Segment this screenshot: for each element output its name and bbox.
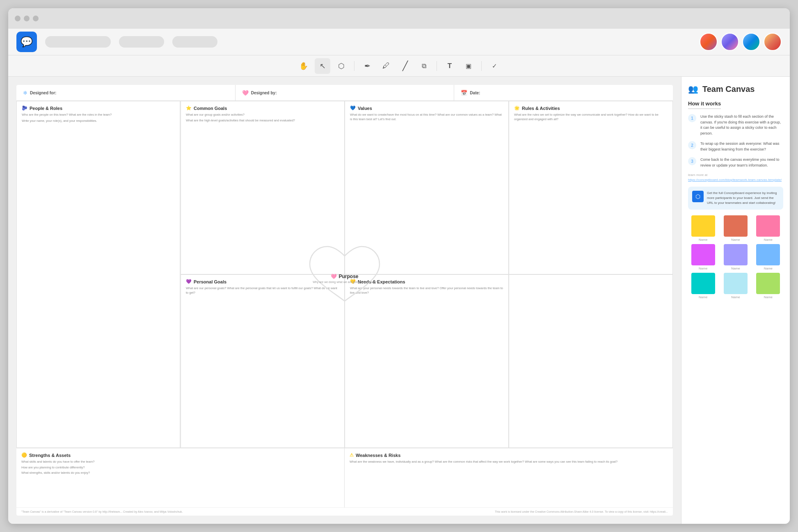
rules-text: What are the rules we set to optimize th… (514, 113, 668, 121)
swatch-violet: Name (720, 244, 750, 270)
swatch-teal-color[interactable] (691, 273, 715, 294)
needs-icon: 💛 (350, 279, 356, 284)
learn-more-link[interactable]: https://conceptboard.com/blog/teamwork-t… (688, 178, 783, 182)
header-pill-1[interactable] (45, 36, 111, 48)
designed-for-label: Designed for: (30, 91, 56, 95)
designed-by-cell: 🩷 Designed by: (236, 85, 455, 100)
date-label: Date: (470, 91, 480, 95)
text-tool-button[interactable]: T (442, 58, 457, 74)
swatch-pink-color[interactable] (756, 215, 780, 237)
pen-tool-button[interactable]: ✒ (359, 58, 375, 74)
swatch-lightblue: Name (720, 273, 750, 299)
values-icon: 💙 (350, 105, 356, 111)
values-section: 💙 Values What do we want to create/have … (345, 101, 509, 274)
canvas-bottom-row: 🟡 Strengths & Assets What skills and tal… (16, 448, 673, 507)
strengths-text3: What strengths, skills and/or talents do… (21, 471, 339, 475)
personal-goals-title: 💜 Personal Goals (186, 279, 339, 284)
how-it-works-label: How it works (688, 100, 783, 114)
header-left: 💬 (16, 32, 217, 52)
swatch-orange-color[interactable] (724, 215, 748, 237)
swatch-violet-name: Name (731, 267, 740, 270)
swatch-lightblue-name: Name (731, 295, 740, 299)
swatch-blue-color[interactable] (756, 244, 780, 265)
weaknesses-cell: ⚠ Weaknesses & Risks What are the weakne… (345, 448, 673, 507)
traffic-lights (15, 16, 39, 21)
line-tool-button[interactable]: ╱ (397, 58, 413, 74)
canvas-main-grid: 🫐 People & Roles Who are the people on t… (16, 101, 673, 448)
avatar-2[interactable] (721, 33, 739, 51)
check-tool-button[interactable]: ✓ (487, 58, 502, 74)
swatch-purple-color[interactable] (691, 244, 715, 265)
step-1: 1 Use the sticky stash to fill each sect… (688, 114, 783, 136)
canvas-board: ❄ Designed for: 🩷 Designed by: 📅 Date: (16, 85, 673, 516)
people-roles-text1: Who are the people on this team? What ar… (22, 113, 175, 117)
titlebar (8, 8, 790, 29)
warning-icon: ⚠ (350, 452, 354, 458)
calendar-icon: 📅 (461, 90, 467, 96)
swatch-green-color[interactable] (756, 273, 780, 294)
hand-tool-button[interactable]: ✋ (296, 58, 311, 74)
weaknesses-text: What are the weakness we have, individua… (350, 460, 668, 464)
eraser-tool-button[interactable]: ⬡ (334, 58, 349, 74)
select-tool-button[interactable]: ↖ (315, 58, 330, 74)
header-right (700, 33, 782, 51)
avatar-4[interactable] (764, 33, 782, 51)
date-cell: 📅 Date: (454, 85, 673, 100)
swatch-yellow-name: Name (699, 238, 707, 242)
swatches-row-2: Name Name Name (688, 244, 783, 270)
pink-icon: 🩷 (242, 90, 249, 96)
swatch-purple: Name (688, 244, 718, 270)
header-pill-2[interactable] (119, 36, 164, 48)
step-3: 3 Come back to the canvas everytime you … (688, 157, 783, 168)
steps-list: 1 Use the sticky stash to fill each sect… (688, 114, 783, 168)
swatch-teal: Name (688, 273, 718, 299)
main-area: ❄ Designed for: 🩷 Designed by: 📅 Date: (8, 77, 790, 524)
rules-section: 🌟 Rules & Activities What are the rules … (509, 101, 673, 274)
marker-tool-button[interactable]: 🖊 (378, 58, 394, 74)
people-icon: 🫐 (22, 105, 27, 111)
app-window: 💬 ✋ ↖ ⬡ ✒ 🖊 ╱ ⧉ T ▣ ✓ (8, 8, 790, 524)
strengths-text1: What skills and talents do you have to o… (21, 460, 339, 464)
avatar-1[interactable] (700, 33, 718, 51)
canvas-area[interactable]: ❄ Designed for: 🩷 Designed by: 📅 Date: (8, 77, 681, 524)
footer-right: This work is licensed under the Creative… (495, 510, 668, 513)
maximize-button[interactable] (33, 16, 39, 21)
swatch-blue-name: Name (764, 267, 773, 270)
swatch-orange-name: Name (731, 238, 740, 242)
swatch-green-name: Name (764, 295, 773, 299)
header-pill-3[interactable] (172, 36, 217, 48)
swatch-yellow: Name (688, 215, 718, 242)
shape-tool-button[interactable]: ⧉ (416, 58, 432, 74)
minimize-button[interactable] (24, 16, 30, 21)
common-goals-section: ⭐ Common Goals What are our group goals … (181, 101, 345, 274)
close-button[interactable] (15, 16, 21, 21)
needs-title: 💛 Needs & Expectations (350, 279, 503, 284)
swatch-lightblue-color[interactable] (724, 273, 748, 294)
common-goals-text1: What are our group goals and/or activiti… (186, 113, 339, 117)
logo-icon: 💬 (21, 36, 33, 48)
toolbar: ✋ ↖ ⬡ ✒ 🖊 ╱ ⧉ T ▣ ✓ (8, 55, 790, 77)
step-2-text: To wrap up the session ask everyone: Wha… (700, 141, 783, 152)
footer-left: "Team Canvas" is a derivative of "Team C… (21, 510, 183, 513)
swatch-yellow-color[interactable] (691, 215, 715, 237)
rules-icon: 🌟 (514, 105, 520, 111)
promo-icon: ⬡ (692, 191, 704, 202)
step-1-num: 1 (688, 114, 696, 122)
common-goals-title: ⭐ Common Goals (186, 105, 339, 111)
avatar-3[interactable] (742, 33, 760, 51)
swatches-row-3: Name Name Name (688, 273, 783, 299)
sticky-tool-button[interactable]: ▣ (461, 58, 476, 74)
strengths-title: 🟡 Strengths & Assets (21, 452, 339, 458)
personal-goals-section: 💜 Personal Goals What are our personal g… (181, 274, 345, 448)
values-text: What do we want to create/have the most … (350, 113, 503, 121)
step-2: 2 To wrap up the session ask everyone: W… (688, 141, 783, 152)
people-roles-text2: Write your name, your role(s), and your … (22, 119, 175, 123)
step-1-text: Use the sticky stash to fill each sectio… (700, 114, 783, 136)
swatch-violet-color[interactable] (724, 244, 748, 265)
rules-title: 🌟 Rules & Activities (514, 105, 668, 111)
values-title: 💙 Values (350, 105, 503, 111)
step-2-num: 2 (688, 141, 696, 149)
logo[interactable]: 💬 (16, 32, 37, 52)
swatch-teal-name: Name (699, 295, 707, 299)
right-sidebar: 👥 Team Canvas How it works 1 Use the sti… (681, 77, 790, 524)
